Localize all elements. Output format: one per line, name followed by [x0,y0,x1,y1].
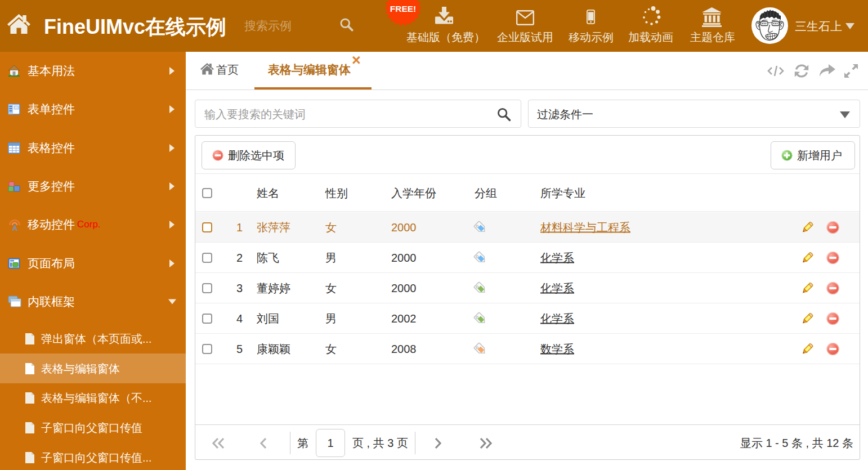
svg-text:FREE!: FREE! [390,4,417,14]
